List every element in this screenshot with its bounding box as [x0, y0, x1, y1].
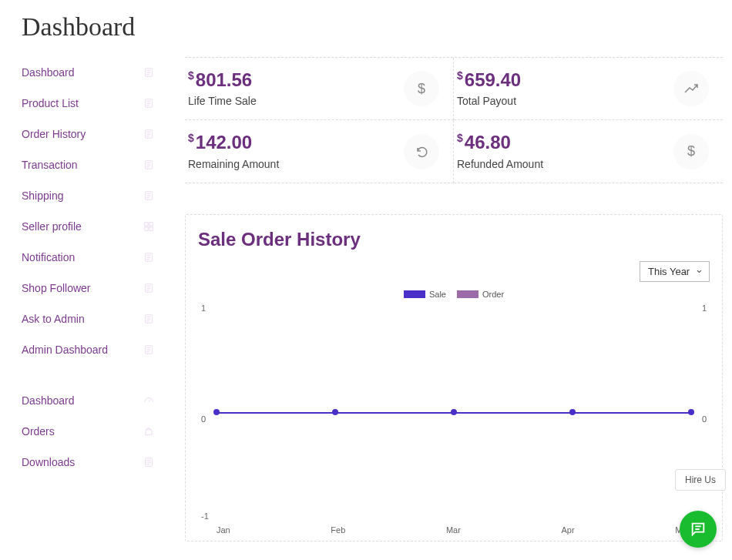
- sidebar-item-dashboard[interactable]: Dashboard: [17, 57, 160, 88]
- doc-icon: [143, 314, 154, 324]
- trend-up-icon: [673, 71, 709, 106]
- stat-label: Life Time Sale: [188, 95, 257, 107]
- bag-icon: [143, 426, 154, 437]
- sidebar-item-ask-to-admin[interactable]: Ask to Admin: [17, 303, 160, 334]
- chat-icon: [690, 521, 707, 538]
- doc-icon: [143, 98, 154, 109]
- svg-rect-7: [145, 227, 148, 230]
- stat-label: Total Payout: [457, 95, 521, 107]
- sidebar-item-label: Orders: [22, 425, 55, 438]
- y-tick: 1: [201, 303, 206, 313]
- y-tick: 1: [702, 303, 707, 313]
- sidebar-item-label: Order History: [22, 128, 86, 140]
- sidebar-item-transaction[interactable]: Transaction: [17, 149, 160, 180]
- page-title: Dashboard: [0, 0, 732, 57]
- y-tick: 0: [201, 414, 206, 424]
- main-content: $801.56 Life Time Sale $ $659.40 Total P…: [160, 57, 732, 542]
- chart-point: [569, 409, 576, 415]
- hire-us-button[interactable]: Hire Us: [675, 469, 726, 491]
- doc-icon: [143, 129, 154, 139]
- sidebar-item-shipping[interactable]: Shipping: [17, 180, 160, 211]
- stat-label: Refunded Amount: [457, 158, 543, 170]
- chart-point: [332, 409, 338, 415]
- chart-title: Sale Order History: [198, 229, 710, 250]
- sidebar-item-label: Product List: [22, 97, 79, 109]
- stat-value: $801.56: [188, 70, 257, 90]
- x-axis: Jan Feb Mar Apr May: [217, 525, 691, 535]
- chat-fab[interactable]: [680, 511, 717, 548]
- undo-icon: [404, 134, 439, 169]
- dollar-icon: $: [673, 134, 709, 169]
- doc-icon: [143, 344, 154, 355]
- chart-point: [688, 409, 694, 415]
- y-tick: -1: [201, 511, 209, 521]
- stat-label: Remaining Amount: [188, 158, 279, 170]
- doc-icon: [143, 252, 154, 263]
- stat-life-time-sale: $801.56 Life Time Sale $: [185, 58, 454, 120]
- sidebar-item-admin-dashboard[interactable]: Admin Dashboard: [17, 334, 160, 365]
- stat-refunded-amount: $46.80 Refunded Amount $: [454, 120, 723, 183]
- sidebar-item-dashboard-2[interactable]: Dashboard: [17, 385, 160, 416]
- legend-item-order: Order: [457, 290, 504, 299]
- sidebar: Dashboard Product List Order History Tra…: [17, 57, 160, 542]
- legend-item-sale: Sale: [404, 290, 446, 299]
- svg-rect-5: [145, 223, 148, 226]
- svg-rect-8: [149, 227, 153, 230]
- sidebar-item-order-history[interactable]: Order History: [17, 119, 160, 149]
- stat-value: $142.00: [188, 132, 279, 153]
- chart-point: [213, 409, 220, 415]
- x-tick: Apr: [561, 525, 574, 535]
- sidebar-item-label: Shipping: [22, 189, 64, 202]
- stat-total-payout: $659.40 Total Payout: [454, 58, 723, 120]
- doc-icon: [143, 190, 154, 201]
- legend-swatch: [457, 290, 478, 298]
- stat-value: $659.40: [457, 70, 521, 90]
- stat-value: $46.80: [457, 132, 543, 153]
- sidebar-item-label: Transaction: [22, 159, 78, 171]
- grid-icon: [143, 221, 154, 232]
- legend-label: Order: [482, 290, 504, 299]
- doc-icon: [143, 67, 154, 78]
- sidebar-item-label: Seller profile: [22, 220, 82, 233]
- chart-plot: 1 1 0 0 -1 Jan Feb Mar Apr: [201, 303, 707, 535]
- doc-icon: [143, 283, 154, 293]
- svg-line-13: [149, 399, 151, 402]
- dollar-icon: $: [404, 71, 439, 106]
- sidebar-item-label: Ask to Admin: [22, 313, 85, 325]
- y-tick: 0: [702, 414, 707, 424]
- sidebar-item-downloads[interactable]: Downloads: [17, 447, 160, 478]
- chart-section: Sale Order History This Year Sale Order: [185, 214, 723, 542]
- period-select[interactable]: This Year: [640, 261, 710, 282]
- sidebar-item-notification[interactable]: Notification: [17, 242, 160, 273]
- x-tick: Mar: [446, 525, 461, 535]
- svg-rect-6: [149, 223, 153, 226]
- sidebar-item-label: Shop Follower: [22, 282, 91, 294]
- sidebar-item-product-list[interactable]: Product List: [17, 88, 160, 119]
- stats-grid: $801.56 Life Time Sale $ $659.40 Total P…: [185, 57, 723, 183]
- chart-point: [451, 409, 457, 415]
- x-tick: Feb: [331, 525, 345, 535]
- legend-label: Sale: [429, 290, 446, 299]
- sidebar-item-label: Notification: [22, 251, 75, 263]
- chart-legend: Sale Order: [198, 290, 710, 299]
- sidebar-item-label: Dashboard: [22, 66, 75, 79]
- stat-remaining-amount: $142.00 Remaining Amount: [185, 120, 454, 183]
- legend-swatch: [404, 290, 425, 298]
- sidebar-item-seller-profile[interactable]: Seller profile: [17, 211, 160, 242]
- gauge-icon: [143, 395, 154, 406]
- sidebar-item-label: Dashboard: [22, 394, 75, 407]
- doc-icon: [143, 457, 154, 468]
- sidebar-item-label: Admin Dashboard: [22, 344, 108, 356]
- sidebar-item-orders[interactable]: Orders: [17, 416, 160, 447]
- sidebar-item-label: Downloads: [22, 456, 75, 468]
- doc-icon: [143, 159, 154, 170]
- sidebar-item-shop-follower[interactable]: Shop Follower: [17, 273, 160, 303]
- x-tick: Jan: [217, 525, 230, 535]
